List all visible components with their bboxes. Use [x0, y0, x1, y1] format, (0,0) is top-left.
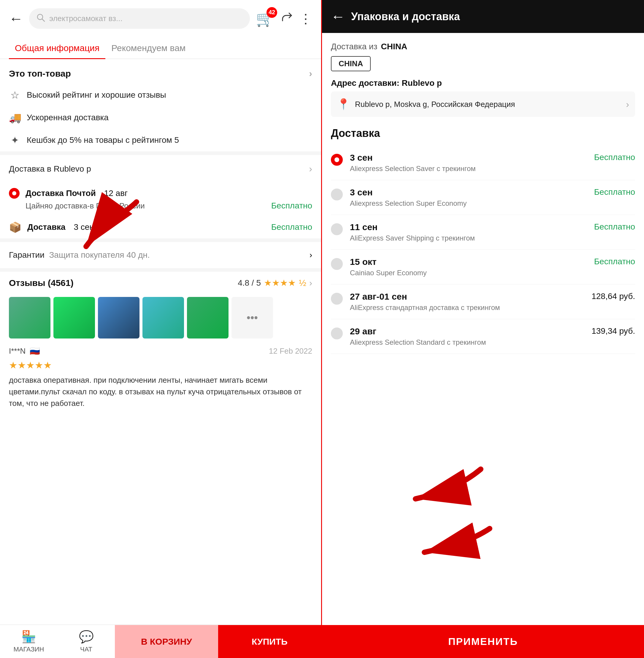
address-text: Rublevo р, Moskva g, Российская Федераци…	[355, 100, 515, 109]
back-button[interactable]: ←	[9, 12, 23, 26]
delivery-date-1: 12 авг	[102, 189, 128, 198]
bottom-nav: 🏪 МАГАЗИН 💬 ЧАТ В КОРЗИНУ КУПИТЬ	[0, 624, 321, 658]
ship-from-value: CHINA	[381, 42, 408, 51]
delivery-date-right-2: 3 сен	[350, 188, 373, 197]
china-tag[interactable]: CHINA	[331, 56, 371, 71]
reviews-title: Отзывы (4561)	[9, 278, 74, 288]
tab-recommendations[interactable]: Рекомендуем вам	[105, 37, 191, 59]
reviews-rating-text: 4.8 / 5	[238, 278, 261, 288]
search-icon	[36, 13, 45, 24]
delivery-price-right-3: Бесплатно	[594, 222, 635, 232]
review-photo-4[interactable]	[142, 297, 184, 338]
delivery-price-right-1: Бесплатно	[594, 153, 635, 162]
delivery-date-right-6: 29 авг	[350, 326, 376, 336]
search-input[interactable]: электросамокат вз...	[49, 14, 243, 23]
guarantee-label: Гарантии	[9, 250, 45, 260]
review-photo-3[interactable]	[98, 297, 139, 338]
shop-icon: 🏪	[21, 630, 36, 644]
tabs: Общая информация Рекомендуем вам	[0, 37, 321, 59]
more-button[interactable]: ⋮	[299, 11, 312, 26]
review-photo-2[interactable]	[53, 297, 95, 338]
delivery-radio-6[interactable]	[331, 328, 343, 339]
delivery-info-4: 15 окт Бесплатно Cainiao Super Economy	[350, 257, 635, 277]
left-content: Это топ-товар › ☆ Высокий рейтинг и хоро…	[0, 59, 321, 624]
reviewer-row: I***N 🇷🇺 12 Feb 2022	[0, 342, 321, 358]
guarantee-row[interactable]: Гарантии Защита покупателя 40 дн. ›	[0, 242, 321, 268]
reviews-stars: ★★★★	[264, 278, 296, 288]
divider-2	[0, 238, 321, 242]
radio-selected[interactable]	[9, 188, 20, 199]
feature-rating: ☆ Высокий рейтинг и хорошие отзывы	[0, 84, 321, 106]
delivery-price-right-6: 139,34 руб.	[592, 326, 635, 336]
reviews-header: Отзывы (4561) 4.8 / 5 ★★★★ ½ ›	[0, 272, 321, 294]
delivery-icon-2: 📦	[9, 221, 21, 233]
delivery-price-right-2: Бесплатно	[594, 188, 635, 197]
review-photo-1[interactable]	[9, 297, 50, 338]
search-bar[interactable]: электросамокат вз...	[29, 8, 250, 29]
cart-badge: 42	[267, 7, 277, 18]
delivery-option-2: 📦 Доставка 3 сен Бесплатно	[0, 216, 321, 238]
delivery-date-right-5: 27 авг-01 сен	[350, 291, 407, 302]
feature-delivery: 🚚 Ускоренная доставка	[0, 106, 321, 129]
delivery-to-label: Доставка в Rublevo р	[9, 164, 91, 174]
chat-icon: 💬	[79, 630, 94, 644]
top-product-section[interactable]: Это топ-товар ›	[0, 59, 321, 84]
delivery-name-2: Доставка	[27, 222, 66, 232]
delivery-name-right-3: AliExpress Saver Shipping с трекингом	[350, 234, 635, 242]
address-chevron: ›	[626, 99, 629, 110]
apply-button[interactable]: ПРИМЕНИТЬ	[322, 625, 644, 658]
buy-now-button[interactable]: КУПИТЬ	[218, 625, 321, 658]
delivery-name-right-2: Aliexpress Selection Super Economy	[350, 199, 635, 207]
right-header: ← Упаковка и доставка	[322, 0, 644, 33]
delivery-sub-text-1: Цайняо доставка-в Почту России	[25, 201, 145, 211]
delivery-radio-3[interactable]	[331, 223, 343, 235]
share-button[interactable]	[280, 11, 293, 27]
delivery-item-6: 29 авг 139,34 руб. Aliexpress Selection …	[331, 319, 635, 354]
review-text: доставка оперативная. при подключении ле…	[0, 372, 321, 415]
feature-cashback: ✦ Кешбэк до 5% на товары с рейтингом 5	[0, 129, 321, 151]
feature-cashback-text: Кешбэк до 5% на товары с рейтингом 5	[27, 135, 179, 145]
delivery-info-1: 3 сен Бесплатно Aliexpress Selection Sav…	[350, 153, 635, 173]
tab-general-info[interactable]: Общая информация	[9, 37, 105, 59]
review-date: 12 Feb 2022	[269, 347, 312, 356]
address-row[interactable]: 📍 Rublevo р, Moskva g, Российская Федера…	[331, 91, 635, 117]
cart-button[interactable]: 🛒 42	[256, 10, 274, 27]
delivery-price-right-4: Бесплатно	[594, 257, 635, 266]
reviews-rating: 4.8 / 5 ★★★★ ½ ›	[238, 278, 312, 288]
address-value: Rublevo р	[402, 79, 442, 88]
delivery-radio-4[interactable]	[331, 258, 343, 270]
guarantee-chevron: ›	[309, 250, 312, 260]
review-more-button[interactable]: •••	[231, 297, 273, 338]
delivery-item-5: 27 авг-01 сен 128,64 руб. AliExpress ста…	[331, 284, 635, 319]
review-photos: •••	[0, 294, 321, 342]
delivery-item-3: 11 сен Бесплатно AliExpress Saver Shippi…	[331, 215, 635, 250]
reviewer-name: I***N	[9, 347, 25, 356]
truck-icon: 🚚	[9, 112, 21, 124]
delivery-date-right-1: 3 сен	[350, 153, 373, 163]
delivery-info-2: 3 сен Бесплатно Aliexpress Selection Sup…	[350, 188, 635, 207]
delivery-item-2: 3 сен Бесплатно Aliexpress Selection Sup…	[331, 180, 635, 215]
delivery-radio-5[interactable]	[331, 293, 343, 305]
delivery-item-1: 3 сен Бесплатно Aliexpress Selection Sav…	[331, 146, 635, 180]
delivery-info-5: 27 авг-01 сен 128,64 руб. AliExpress ста…	[350, 291, 635, 312]
top-product-title: Это топ-товар	[9, 69, 71, 79]
delivery-date-right-3: 11 сен	[350, 222, 377, 232]
shop-nav-item[interactable]: 🏪 МАГАЗИН	[0, 625, 58, 658]
feature-delivery-text: Ускоренная доставка	[27, 113, 109, 122]
address-label: Адрес доставки: Rublevo р	[331, 79, 635, 91]
top-product-chevron: ›	[309, 68, 312, 79]
reviewer-flag: 🇷🇺	[30, 346, 40, 356]
delivery-option-1: Доставка Почтой 12 авг Цайняо доставка-в…	[0, 183, 321, 216]
divider-3	[0, 268, 321, 272]
right-back-button[interactable]: ←	[331, 8, 345, 25]
add-to-cart-button[interactable]: В КОРЗИНУ	[115, 625, 218, 658]
svg-line-1	[42, 19, 45, 21]
delivery-price-right-5: 128,64 руб.	[592, 291, 635, 301]
delivery-radio-1[interactable]	[331, 154, 343, 166]
star-half-icon: ½	[299, 278, 306, 288]
review-photo-5[interactable]	[187, 297, 229, 338]
divider-1	[0, 151, 321, 155]
delivery-to-row[interactable]: Доставка в Rublevo р ›	[0, 155, 321, 183]
delivery-radio-2[interactable]	[331, 189, 343, 200]
chat-nav-item[interactable]: 💬 ЧАТ	[58, 625, 115, 658]
